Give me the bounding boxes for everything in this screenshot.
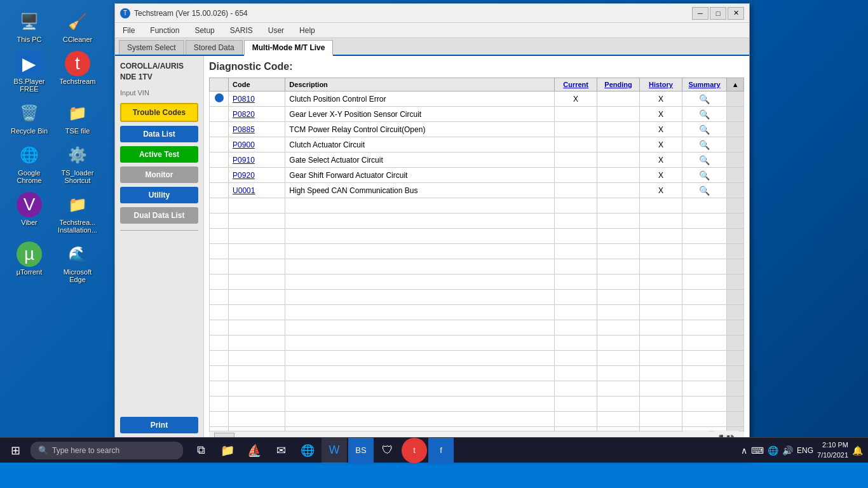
taskbar-file-explorer[interactable]: 📁 xyxy=(215,438,240,463)
menu-setup[interactable]: Setup xyxy=(191,25,218,36)
tab-multi-mode[interactable]: Multi-Mode M/T Live xyxy=(244,40,334,56)
empty-table-row xyxy=(210,305,744,320)
tray-chevron[interactable]: ∧ xyxy=(741,445,747,456)
data-list-button[interactable]: Data List xyxy=(120,126,198,142)
vehicle-info: COROLLA/AURIS NDE 1TV xyxy=(120,61,198,83)
menu-help[interactable]: Help xyxy=(295,25,319,36)
active-dot xyxy=(215,93,224,102)
desc-cell-1: Gear Lever X-Y Position Sensor Circuit xyxy=(285,107,555,122)
active-test-button[interactable]: Active Test xyxy=(120,146,198,163)
print-button[interactable]: Print xyxy=(120,417,198,433)
taskbar-word[interactable]: W xyxy=(322,438,347,463)
desktop-icon-viber[interactable]: V Viber xyxy=(6,189,52,236)
history-cell-2: X xyxy=(639,122,682,137)
col-header-description: Description xyxy=(285,78,555,92)
col-header-current[interactable]: Current xyxy=(555,78,597,92)
row-dot-0 xyxy=(210,92,229,107)
tab-stored-data[interactable]: Stored Data xyxy=(186,40,243,55)
code-cell-6[interactable]: U0001 xyxy=(229,183,285,198)
row-dot-2 xyxy=(210,122,229,137)
magnify-icon[interactable]: 🔍 xyxy=(699,155,710,165)
trouble-codes-button[interactable]: Trouble Codes xyxy=(120,103,198,122)
desktop-icon-bs-player[interactable]: ▶ BS.Player FREE xyxy=(6,48,52,95)
summary-cell-0[interactable]: 🔍 xyxy=(682,92,726,107)
desktop-icon-google-chrome[interactable]: 🌐 Google Chrome xyxy=(6,140,52,187)
menu-user[interactable]: User xyxy=(264,25,288,36)
summary-cell-2[interactable]: 🔍 xyxy=(682,122,726,137)
taskbar-chrome[interactable]: 🌐 xyxy=(295,438,320,463)
col-header-code: Code xyxy=(229,78,285,92)
summary-cell-6[interactable]: 🔍 xyxy=(682,183,726,198)
monitor-button: Monitor xyxy=(120,166,198,183)
summary-cell-3[interactable]: 🔍 xyxy=(682,137,726,152)
tray-network[interactable]: 🌐 xyxy=(768,445,778,456)
minimize-button[interactable]: ─ xyxy=(692,7,709,20)
empty-table-row xyxy=(210,366,744,381)
table-row: P0900 Clutch Actuator Circuit X 🔍 xyxy=(210,137,744,152)
col-header-history[interactable]: History xyxy=(639,78,682,92)
search-input[interactable] xyxy=(52,446,166,455)
current-cell-3 xyxy=(555,137,597,152)
code-cell-2[interactable]: P0885 xyxy=(229,122,285,137)
tray-language[interactable]: ENG xyxy=(797,446,813,455)
menu-saris[interactable]: SARIS xyxy=(226,25,257,36)
taskbar-shield[interactable]: 🛡 xyxy=(375,438,400,463)
dual-data-list-button: Dual Data List xyxy=(120,207,198,224)
col-header-pending[interactable]: Pending xyxy=(597,78,640,92)
taskbar-pinned-icons: ⧉ 📁 ⛵ ✉ 🌐 W BS 🛡 t f xyxy=(188,438,454,463)
table-row: P0810 Clutch Position Control Error X X … xyxy=(210,92,744,107)
tray-volume[interactable]: 🔊 xyxy=(782,445,793,456)
close-button[interactable]: ✕ xyxy=(728,7,744,20)
desktop-icon-techstream[interactable]: t Techstream xyxy=(55,48,100,95)
magnify-icon[interactable]: 🔍 xyxy=(699,94,710,104)
magnify-icon[interactable]: 🔍 xyxy=(699,170,710,180)
code-cell-1[interactable]: P0820 xyxy=(229,107,285,122)
code-cell-3[interactable]: P0900 xyxy=(229,137,285,152)
desktop-icon-utorrent[interactable]: µ µTorrent xyxy=(6,239,52,286)
magnify-icon[interactable]: 🔍 xyxy=(699,125,710,135)
tray-date-value: 7/10/2021 xyxy=(817,451,848,460)
taskbar-mail[interactable]: ✉ xyxy=(268,438,294,463)
col-header-summary[interactable]: Summary xyxy=(682,78,726,92)
start-button[interactable]: ⊞ xyxy=(0,438,31,463)
menu-function[interactable]: Function xyxy=(146,25,183,36)
desktop-icon-ccleaner[interactable]: 🧹 CCleaner xyxy=(55,6,100,46)
diagnostic-table-scroll[interactable]: Code Description Current Pending History… xyxy=(209,78,744,431)
magnify-icon[interactable]: 🔍 xyxy=(699,186,710,196)
input-vin-label: Input VIN xyxy=(120,89,198,97)
desktop-icon-tse-file[interactable]: 📁 TSE file xyxy=(55,98,100,137)
code-cell-5[interactable]: P0920 xyxy=(229,168,285,183)
code-cell-0[interactable]: P0810 xyxy=(229,92,285,107)
desktop-icon-techstream-install[interactable]: 📁 Techstrea... Installation... xyxy=(55,189,100,236)
pending-cell-5 xyxy=(597,168,640,183)
taskbar-bs-player[interactable]: BS xyxy=(348,438,374,463)
summary-cell-4[interactable]: 🔍 xyxy=(682,152,726,168)
window-title: Techstream (Ver 15.00.026) - 654 xyxy=(134,9,248,18)
magnify-icon[interactable]: 🔍 xyxy=(699,109,710,119)
tray-keyboard[interactable]: ⌨ xyxy=(751,445,764,456)
summary-cell-5[interactable]: 🔍 xyxy=(682,168,726,183)
tab-system-select[interactable]: System Select xyxy=(119,40,184,55)
desktop-icon-ts-loader[interactable]: ⚙️ TS_loader Shortcut xyxy=(55,140,100,187)
taskbar-task-view[interactable]: ⧉ xyxy=(188,438,214,463)
taskbar-f[interactable]: f xyxy=(428,438,454,463)
empty-table-row xyxy=(210,320,744,336)
taskbar-edge[interactable]: ⛵ xyxy=(241,438,267,463)
table-row: P0885 TCM Power Relay Control Circuit(Op… xyxy=(210,122,744,137)
menu-file[interactable]: File xyxy=(119,25,139,36)
search-bar[interactable]: 🔍 xyxy=(31,442,183,459)
code-cell-4[interactable]: P0910 xyxy=(229,152,285,168)
tray-notification[interactable]: 🔔 xyxy=(852,445,863,456)
desktop-icon-ms-edge[interactable]: 🌊 Microsoft Edge xyxy=(55,239,100,286)
summary-cell-1[interactable]: 🔍 xyxy=(682,107,726,122)
maximize-button[interactable]: □ xyxy=(710,7,726,20)
taskbar-techstream-t[interactable]: t xyxy=(402,438,427,463)
tray-datetime[interactable]: 2:10 PM 7/10/2021 xyxy=(817,440,848,460)
desktop-icon-recycle-bin[interactable]: 🗑️ Recycle Bin xyxy=(6,98,52,137)
utility-button[interactable]: Utility xyxy=(120,187,198,203)
magnify-icon[interactable]: 🔍 xyxy=(699,140,710,150)
current-cell-5 xyxy=(555,168,597,183)
empty-table-row xyxy=(210,198,744,214)
desktop-icon-this-pc[interactable]: 🖥️ This PC xyxy=(6,6,52,46)
history-cell-3: X xyxy=(639,137,682,152)
